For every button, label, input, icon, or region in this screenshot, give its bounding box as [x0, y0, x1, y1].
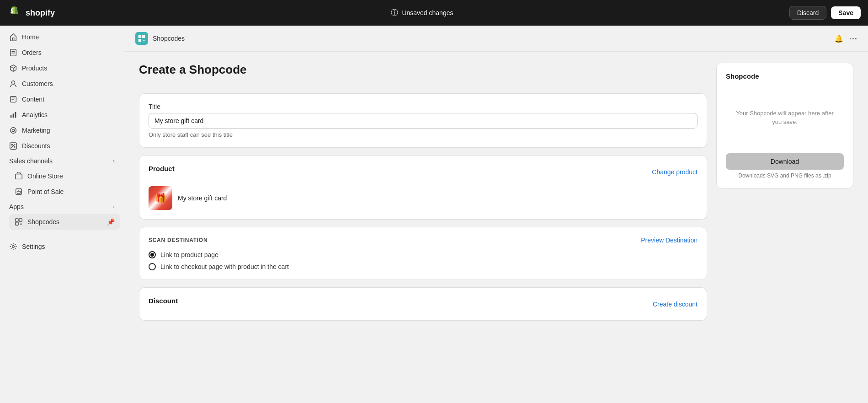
sidebar-item-analytics[interactable]: Analytics	[4, 107, 120, 123]
svg-rect-8	[11, 115, 12, 118]
title-card: Title Only store staff can see this titl…	[139, 93, 707, 148]
orders-icon	[9, 48, 17, 57]
topbar-left: shopify	[7, 5, 55, 20]
content-icon	[9, 95, 17, 103]
apps-label: Apps	[9, 203, 24, 210]
breadcrumb-actions: 🔔 ⋯	[834, 33, 857, 43]
pin-icon: 📌	[107, 218, 115, 226]
more-options-icon[interactable]: ⋯	[849, 33, 857, 43]
online-store-icon	[15, 172, 23, 180]
svg-rect-16	[16, 174, 22, 179]
chevron-right-icon: ›	[113, 158, 115, 164]
svg-rect-21	[19, 219, 22, 221]
svg-point-13	[11, 144, 13, 145]
page-title: Create a Shopcode	[139, 63, 707, 77]
title-hint: Only store staff can see this title	[149, 131, 698, 138]
breadcrumb-app-name: Shopcodes	[153, 35, 185, 42]
discount-header: Discount Create discount	[149, 297, 698, 311]
apps-section[interactable]: Apps ›	[4, 199, 120, 214]
svg-rect-23	[21, 224, 22, 225]
scan-destination-label: SCAN DESTINATION	[149, 237, 208, 243]
left-column: Create a Shopcode Title Only store staff…	[139, 63, 707, 321]
right-column: Shopcode Your Shopcode will appear here …	[716, 63, 853, 188]
sidebar-item-discounts[interactable]: Discounts	[4, 138, 120, 154]
sidebar-item-products[interactable]: Products	[4, 60, 120, 76]
analytics-icon	[9, 111, 17, 119]
product-name: My store gift card	[178, 194, 227, 202]
discard-button[interactable]: Discard	[789, 6, 826, 20]
shopcode-card: Shopcode Your Shopcode will appear here …	[716, 63, 853, 188]
sidebar-home-label: Home	[22, 33, 39, 41]
svg-rect-10	[15, 112, 16, 118]
shopcodes-label: Shopcodes	[27, 218, 59, 226]
product-row: 🎁 My store gift card	[149, 186, 698, 210]
sidebar-item-orders[interactable]: Orders	[4, 45, 120, 60]
chevron-right-apps-icon: ›	[113, 204, 115, 210]
sidebar-item-settings[interactable]: Settings	[4, 239, 120, 254]
topbar-actions: Discard Save	[789, 6, 861, 20]
svg-rect-17	[16, 189, 22, 195]
svg-point-4	[11, 81, 15, 84]
download-hint: Downloads SVG and PNG files as .zip	[726, 172, 844, 179]
discount-label: Discount	[149, 297, 178, 305]
change-product-link[interactable]: Change product	[652, 168, 698, 176]
pos-icon	[15, 188, 23, 196]
layout: Home Orders Products Customers Content	[0, 26, 868, 403]
unsaved-label: Unsaved changes	[402, 9, 453, 16]
radio-checkout[interactable]: Link to checkout page with product in th…	[149, 263, 698, 270]
sidebar-analytics-label: Analytics	[22, 111, 48, 118]
download-button[interactable]: Download	[726, 153, 844, 170]
radio-product-page[interactable]: Link to product page	[149, 251, 698, 258]
sidebar-item-home[interactable]: Home	[4, 29, 120, 45]
sales-channels-section[interactable]: Sales channels ›	[4, 154, 120, 168]
content-area: Create a Shopcode Title Only store staff…	[124, 52, 868, 332]
radio-product-page-btn[interactable]	[149, 251, 156, 258]
radio-checkout-label: Link to checkout page with product in th…	[160, 263, 289, 270]
create-discount-link[interactable]: Create discount	[653, 301, 698, 308]
product-header: Product Change product	[149, 165, 698, 179]
sales-channels-label: Sales channels	[9, 157, 53, 165]
sidebar-orders-label: Orders	[22, 49, 42, 56]
product-card: Product Change product 🎁 My store gift c…	[139, 155, 707, 220]
svg-rect-9	[13, 113, 14, 118]
scan-destination-card: SCAN DESTINATION Preview Destination Lin…	[139, 227, 707, 280]
marketing-icon	[9, 126, 17, 134]
sidebar-content-label: Content	[22, 96, 44, 103]
settings-label: Settings	[22, 243, 45, 250]
sidebar-item-customers[interactable]: Customers	[4, 76, 120, 91]
shopcode-placeholder: Your Shopcode will appear here after you…	[726, 86, 844, 150]
save-button[interactable]: Save	[831, 6, 861, 19]
sidebar-item-pos[interactable]: Point of Sale	[9, 184, 120, 199]
unsaved-icon: ⓘ	[391, 8, 398, 18]
sidebar-products-label: Products	[22, 64, 47, 72]
svg-point-12	[12, 129, 14, 131]
home-icon	[9, 33, 17, 41]
radio-checkout-btn[interactable]	[149, 263, 156, 270]
discount-card: Discount Create discount	[139, 287, 707, 321]
discounts-icon	[9, 142, 17, 150]
radio-product-page-label: Link to product page	[160, 251, 218, 258]
title-input[interactable]	[149, 113, 698, 129]
apps-list: Shopcodes 📌	[4, 214, 120, 230]
breadcrumb-bar: Shopcodes 🔔 ⋯	[124, 26, 868, 52]
sidebar: Home Orders Products Customers Content	[0, 26, 124, 403]
logo-text: shopify	[26, 8, 55, 18]
product-image: 🎁	[149, 186, 172, 210]
sidebar-item-online-store[interactable]: Online Store	[9, 168, 120, 184]
pin-header-icon[interactable]: 🔔	[834, 34, 843, 43]
svg-rect-18	[17, 191, 20, 193]
pos-label: Point of Sale	[27, 188, 64, 195]
app-icon	[135, 32, 148, 45]
topbar: shopify ⓘ Unsaved changes Discard Save	[0, 0, 868, 26]
svg-rect-26	[142, 35, 145, 38]
scan-destination-options: Link to product page Link to checkout pa…	[149, 251, 698, 270]
sidebar-item-shopcodes[interactable]: Shopcodes 📌	[9, 214, 120, 230]
preview-destination-link[interactable]: Preview Destination	[641, 236, 698, 244]
svg-rect-22	[16, 222, 18, 225]
sales-channels-list: Online Store Point of Sale	[4, 168, 120, 199]
shopify-logo: shopify	[7, 5, 55, 20]
svg-point-11	[11, 128, 16, 134]
sidebar-item-marketing[interactable]: Marketing	[4, 123, 120, 138]
svg-point-24	[12, 246, 15, 248]
sidebar-item-content[interactable]: Content	[4, 91, 120, 107]
